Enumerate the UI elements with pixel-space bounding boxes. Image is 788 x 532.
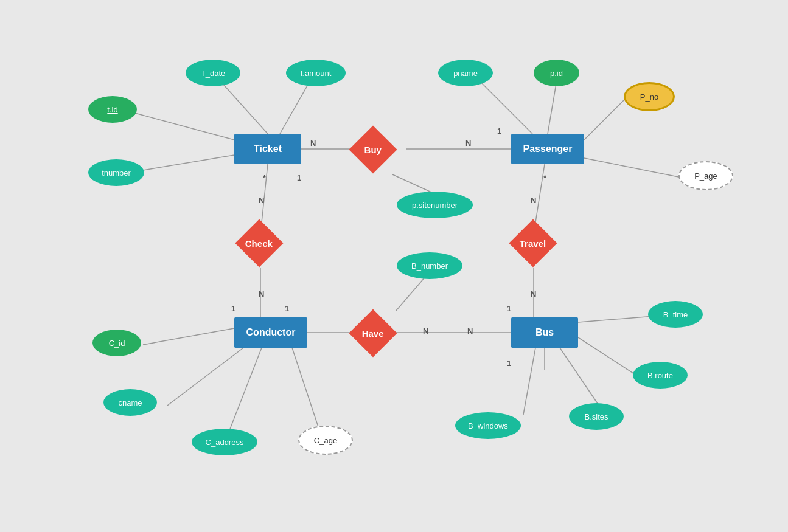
attribute-c-age: C_age [298,426,353,455]
svg-line-9 [584,158,682,178]
er-diagram: Ticket Passenger Conductor Bus Buy Check… [0,0,788,532]
cardinality-passenger-star: * [543,173,546,182]
connector-lines [0,0,788,532]
svg-line-18 [229,348,262,430]
cardinality-ticket-buy-n: N [310,139,316,148]
svg-line-24 [523,348,535,415]
attribute-t-date: T_date [186,60,240,86]
entity-conductor: Conductor [234,317,307,348]
cardinality-have-conductor-1: 1 [285,304,289,313]
attribute-t-amount: t.amount [286,60,346,86]
svg-line-16 [143,328,234,345]
svg-line-14 [392,174,434,193]
svg-line-23 [578,337,639,377]
svg-line-19 [292,348,319,429]
cardinality-bus-have-n: N [467,326,473,336]
attribute-p-no: P_no [624,82,675,111]
cardinality-have-n: N [423,326,428,336]
svg-line-22 [578,316,654,322]
svg-line-2 [126,111,234,140]
attribute-p-sitenumber: p.sitenumber [397,192,473,218]
cardinality-check-n: N [259,196,264,205]
attribute-t-id: t.id [88,96,137,123]
svg-line-8 [584,97,627,140]
attribute-b-route: B.route [633,362,688,389]
cardinality-conductor-check-n: N [259,289,264,299]
cardinality-ticket-check-star: * [263,173,266,182]
entity-bus: Bus [511,317,578,348]
svg-line-25 [560,348,599,406]
relationship-travel: Travel [509,219,557,267]
attribute-cname: cname [103,389,157,416]
attribute-p-id: p.id [534,60,579,86]
relationship-buy: Buy [349,125,397,173]
attribute-b-time: B_time [648,301,703,328]
cardinality-check-ticket-1: 1 [297,173,301,182]
relationship-have: Have [349,309,397,357]
entity-ticket: Ticket [234,134,301,164]
cardinality-buy-passenger-n: N [465,139,471,148]
entity-passenger: Passenger [511,134,584,164]
cardinality-passenger-travel-n: N [531,196,536,205]
cardinality-passenger-buy-1: 1 [497,126,501,136]
cardinality-bus-travel-1: 1 [507,304,511,313]
attribute-b-sites: B.sites [569,403,624,430]
attribute-p-age: P_age [678,161,733,190]
attribute-c-id: C_id [92,330,141,356]
attribute-pname: pname [438,60,493,86]
svg-line-17 [167,348,243,406]
attribute-b-windows: B_windows [455,412,521,439]
attribute-tnumber: tnumber [88,159,144,186]
cardinality-conductor-have-1: 1 [231,304,235,313]
cardinality-travel-bus-n: N [531,289,536,299]
relationship-check: Check [235,219,283,267]
cardinality-bus-bottom-1: 1 [507,359,511,368]
attribute-c-address: C_address [192,429,257,455]
attribute-b-number: B_number [397,252,462,279]
